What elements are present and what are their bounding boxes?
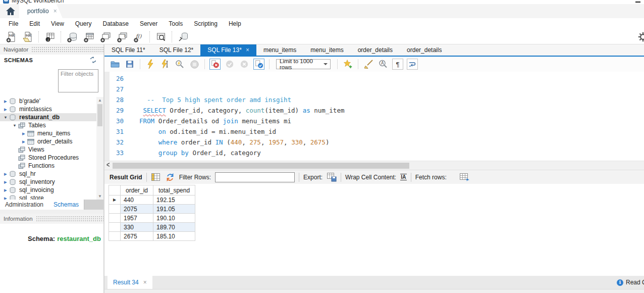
table-row[interactable]: ▶440192.15 [109, 196, 195, 205]
close-icon[interactable]: × [143, 279, 147, 286]
cell-total_spend[interactable]: 185.10 [153, 232, 195, 241]
sidebar-tab-schemas[interactable]: Schemas [48, 200, 84, 210]
tree-item-mintclassics[interactable]: ▶mintclassics [0, 105, 96, 113]
wrap-text-icon[interactable] [407, 59, 418, 70]
cell-total_spend[interactable]: 189.70 [153, 223, 195, 232]
collapse-arrow-icon[interactable]: ▼ [11, 123, 18, 128]
editor-tab-6[interactable]: order_details [351, 44, 400, 56]
editor-tab-1[interactable]: SQL File 11* [104, 44, 152, 56]
cell-total_spend[interactable]: 190.10 [153, 214, 195, 223]
hscrollbar-thumb[interactable] [113, 163, 409, 169]
cell-order_id[interactable]: 330 [121, 223, 153, 232]
create-function-icon[interactable]: f() [133, 31, 145, 43]
create-view-icon[interactable] [99, 31, 112, 43]
menu-item-view[interactable]: View [45, 18, 70, 29]
editor-tab-2[interactable]: SQL File 12* [152, 44, 201, 56]
connection-tab-portfolio[interactable]: portfolio × [19, 4, 63, 18]
create-schema-icon[interactable] [66, 31, 78, 43]
refresh-schemas-icon[interactable] [89, 57, 97, 65]
inspector-icon[interactable]: i [44, 31, 56, 43]
editor-tab-3[interactable]: SQL File 13*× [200, 44, 256, 56]
execute-icon[interactable] [145, 59, 156, 70]
explain-icon[interactable] [174, 59, 185, 70]
tree-item-sql_invoicing[interactable]: ▶sql_invoicing [0, 186, 96, 194]
save-script-icon[interactable] [124, 59, 135, 70]
create-procedure-icon[interactable]: ? [116, 31, 128, 43]
tree-item-sql_hr[interactable]: ▶sql_hr [0, 170, 96, 178]
tree-item-storedprocedures[interactable]: Stored Procedures [0, 154, 96, 162]
expand-arrow-icon[interactable]: ▶ [2, 196, 9, 200]
scroll-up-icon[interactable]: ▲ [96, 97, 103, 104]
filter-rows-input[interactable] [215, 172, 295, 182]
table-row[interactable]: 1957190.10 [109, 214, 195, 223]
result-tab[interactable]: Result 34 × [108, 276, 152, 289]
menu-item-query[interactable]: Query [70, 18, 97, 29]
menu-item-file[interactable]: File [3, 18, 24, 29]
menu-item-database[interactable]: Database [97, 18, 134, 29]
tree-item-views[interactable]: Views [0, 145, 96, 154]
table-row[interactable]: 330189.70 [109, 223, 195, 232]
gear-icon[interactable] [637, 31, 644, 43]
stop-icon[interactable] [189, 59, 200, 70]
commit-icon[interactable] [224, 59, 235, 70]
rollback-icon[interactable] [239, 59, 250, 70]
cell-order_id[interactable]: 1957 [121, 214, 153, 223]
sidebar-tab-administration[interactable]: Administration [0, 200, 48, 210]
close-tab-icon[interactable]: × [246, 44, 249, 56]
filter-objects-input[interactable]: Filter objects [58, 69, 98, 92]
cell-total_spend[interactable]: 192.15 [153, 196, 195, 205]
expand-arrow-icon[interactable]: ▶ [20, 131, 27, 136]
execute-current-icon[interactable] [159, 59, 171, 70]
column-header-order_id[interactable]: order_id [121, 185, 153, 196]
expand-arrow-icon[interactable]: ▶ [2, 172, 9, 176]
autocommit-toggle[interactable] [253, 59, 264, 70]
home-tab[interactable] [5, 6, 17, 17]
menu-item-server[interactable]: Server [134, 18, 163, 29]
refresh-icon[interactable] [165, 172, 175, 182]
create-table-icon[interactable] [83, 31, 95, 43]
expand-arrow-icon[interactable]: ▶ [2, 180, 9, 184]
menu-item-tools[interactable]: Tools [163, 18, 188, 29]
close-icon[interactable]: × [53, 8, 57, 15]
tree-item-menu_items[interactable]: ▶menu_items [0, 129, 96, 137]
tree-item-sql_store[interactable]: ▶sql_store [0, 194, 96, 200]
search-icon[interactable] [155, 31, 167, 43]
editor-tab-4[interactable]: menu_items [256, 44, 303, 56]
new-sql-tab-icon[interactable]: SQL [5, 31, 17, 43]
table-row[interactable]: 2075191.05 [109, 205, 195, 214]
expand-arrow-icon[interactable]: ▶ [2, 107, 9, 112]
column-header-total_spend[interactable]: total_spend [153, 185, 195, 196]
grid-columns-icon[interactable] [151, 172, 161, 182]
cell-order_id[interactable]: 440 [121, 196, 153, 205]
tree-item-restaurant_db[interactable]: ▼restaurant_db [0, 113, 96, 121]
sql-code-editor[interactable]: 262728 -- Top 5 high spent order amd ins… [104, 72, 644, 161]
cell-total_spend[interactable]: 191.05 [153, 205, 195, 214]
tree-item-order_details[interactable]: ▶order_details [0, 137, 96, 145]
menu-item-help[interactable]: Help [223, 18, 247, 29]
tree-item-sql_inventory[interactable]: ▶sql_inventory [0, 178, 96, 186]
editor-tab-5[interactable]: menu_items [303, 44, 350, 56]
export-icon[interactable] [327, 172, 337, 182]
editor-tab-7[interactable]: order_details [400, 44, 449, 56]
expand-arrow-icon[interactable]: ▶ [20, 139, 27, 144]
cell-order_id[interactable]: 2675 [121, 232, 153, 241]
table-row[interactable]: 2675185.10 [109, 232, 195, 241]
menu-item-edit[interactable]: Edit [24, 18, 45, 29]
cell-order_id[interactable]: 2075 [121, 205, 153, 214]
editor-hscrollbar[interactable]: < [104, 161, 644, 170]
wrap-cell-content-icon[interactable]: IA [400, 174, 407, 180]
scroll-left-icon[interactable]: < [106, 161, 110, 169]
menu-item-scripting[interactable]: Scripting [188, 18, 223, 29]
scrollbar-thumb[interactable] [97, 104, 102, 126]
invisibles-icon[interactable]: ¶ [392, 59, 403, 70]
stop-on-error-toggle[interactable] [209, 59, 221, 70]
open-sql-script-icon[interactable]: SQL [22, 31, 34, 43]
collapse-arrow-icon[interactable]: ▼ [2, 115, 9, 120]
fetch-rows-icon[interactable] [460, 172, 470, 182]
clean-icon[interactable] [363, 59, 374, 70]
tree-scrollbar[interactable]: ▲ ▼ [96, 97, 103, 200]
open-script-icon[interactable] [110, 59, 121, 70]
minimize-button[interactable] [635, 2, 640, 3]
limit-rows-select[interactable]: Limit to 1000 rows [276, 59, 331, 69]
tree-item-bgrade[interactable]: ▶b'grade' [0, 97, 96, 105]
